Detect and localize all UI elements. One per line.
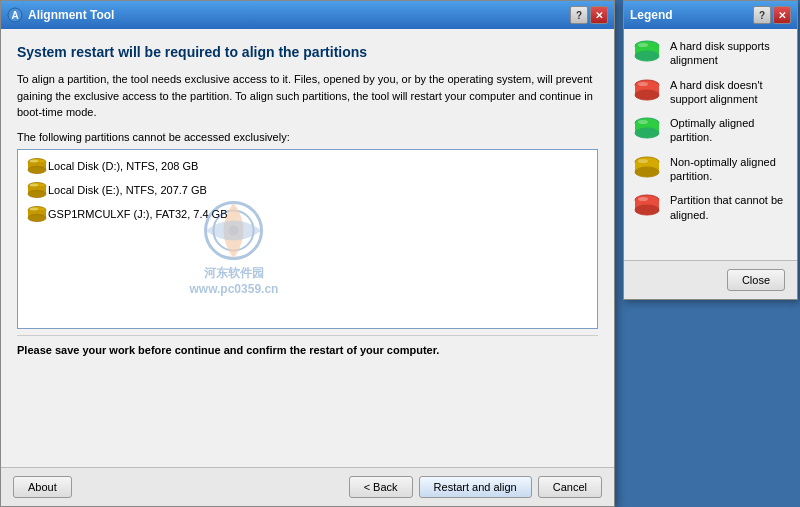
legend-close-button[interactable]: ✕ [773,6,791,24]
svg-point-6 [30,159,38,162]
partition-item: Local Disk (E:), NTFS, 207.7 GB [20,178,595,202]
restart-align-button[interactable]: Restart and align [419,476,532,498]
svg-point-22 [635,51,659,61]
svg-text:A: A [11,10,18,21]
svg-point-35 [638,159,648,163]
legend-help-button[interactable]: ? [753,6,771,24]
legend-disk-icon [632,116,662,142]
svg-point-30 [635,128,659,138]
legend-disk-icon [632,155,662,181]
main-window-title: Alignment Tool [28,8,570,22]
legend-title: Legend [630,8,753,22]
main-dialog: A Alignment Tool ? ✕ System restart will… [0,0,615,507]
partition-name: Local Disk (E:), NTFS, 207.7 GB [48,184,207,196]
cancel-button[interactable]: Cancel [538,476,602,498]
disk-icon [26,181,48,199]
warning-bottom-text: Please save your work before continue an… [17,335,598,360]
legend-dialog: Legend ? ✕ A hard disk supports alignmen… [623,0,798,300]
help-button[interactable]: ? [570,6,588,24]
legend-item: Optimally aligned partition. [632,116,789,145]
svg-point-15 [28,214,46,221]
disk-icon [26,205,48,223]
partitions-label: The following partitions cannot be acces… [17,131,598,143]
content-area: System restart will be required to align… [1,29,614,467]
partition-name: Local Disk (D:), NTFS, 208 GB [48,160,198,172]
legend-title-bar: Legend ? ✕ [624,1,797,29]
partition-item: Local Disk (D:), NTFS, 208 GB [20,154,595,178]
legend-item: Non-optimally aligned partition. [632,155,789,184]
about-button[interactable]: About [13,476,72,498]
legend-item-text: Non-optimally aligned partition. [670,155,789,184]
svg-point-11 [30,183,38,186]
svg-point-27 [638,82,648,86]
svg-point-39 [638,197,648,201]
svg-point-31 [638,120,648,124]
legend-item: A hard disk supports alignment [632,39,789,68]
close-button[interactable]: ✕ [590,6,608,24]
legend-item-text: A hard disk doesn't support alignment [670,78,789,107]
svg-point-16 [30,207,38,210]
warning-title: System restart will be required to align… [17,43,598,61]
legend-disk-icon [632,193,662,219]
legend-item-text: Partition that cannot be aligned. [670,193,789,222]
disk-icon [26,157,48,175]
legend-footer: Close [624,260,797,299]
description-text: To align a partition, the tool needs exc… [17,71,598,121]
svg-point-38 [635,205,659,215]
legend-item-text: Optimally aligned partition. [670,116,789,145]
svg-point-26 [635,90,659,100]
back-button[interactable]: < Back [349,476,413,498]
legend-close-btn[interactable]: Close [727,269,785,291]
main-title-bar: A Alignment Tool ? ✕ [1,1,614,29]
legend-content: A hard disk supports alignment A hard di… [624,29,797,232]
legend-item: Partition that cannot be aligned. [632,193,789,222]
footer-buttons: About < Back Restart and align Cancel [1,467,614,506]
svg-point-10 [28,190,46,197]
legend-item-text: A hard disk supports alignment [670,39,789,68]
legend-disk-icon [632,78,662,104]
partition-list: Local Disk (D:), NTFS, 208 GB Local Disk… [17,149,598,329]
svg-point-5 [28,166,46,173]
svg-point-34 [635,167,659,177]
legend-item: A hard disk doesn't support alignment [632,78,789,107]
main-content: System restart will be required to align… [1,29,614,467]
partition-name: GSP1RMCULXF (J:), FAT32, 7.4 GB [48,208,228,220]
title-controls: ? ✕ [570,6,608,24]
legend-title-controls: ? ✕ [753,6,791,24]
window-icon: A [7,7,23,23]
partition-item: GSP1RMCULXF (J:), FAT32, 7.4 GB [20,202,595,226]
svg-point-23 [638,43,648,47]
legend-disk-icon [632,39,662,65]
